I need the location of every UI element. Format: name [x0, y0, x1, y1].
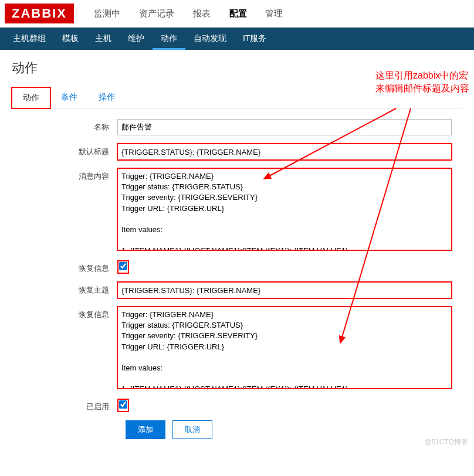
recovery-subject-input[interactable] — [117, 282, 452, 298]
enabled-checkbox-highlight — [117, 399, 129, 412]
subnav-actions[interactable]: 动作 — [153, 28, 185, 50]
top-bar: ZABBIX 监测中 资产记录 报表 配置 管理 — [0, 0, 474, 28]
topnav-reports[interactable]: 报表 — [193, 8, 211, 18]
sub-nav: 主机群组 模板 主机 维护 动作 自动发现 IT服务 — [0, 28, 474, 50]
recovery-checkbox[interactable] — [119, 262, 127, 270]
add-button[interactable]: 添加 — [126, 420, 165, 439]
subnav-hosts[interactable]: 主机 — [87, 28, 120, 50]
tab-action[interactable]: 动作 — [12, 87, 50, 108]
label-enabled: 已启用 — [12, 399, 117, 412]
label-recovery-checkbox: 恢复信息 — [12, 260, 117, 274]
recovery-checkbox-highlight — [117, 260, 129, 274]
logo: ZABBIX — [5, 4, 74, 23]
top-nav: 监测中 资产记录 报表 配置 管理 — [86, 8, 292, 19]
row-message: 消息内容 — [12, 168, 462, 252]
tab-operations[interactable]: 操作 — [88, 87, 126, 108]
topnav-inventory[interactable]: 资产记录 — [139, 8, 174, 18]
row-name: 名称 — [12, 119, 462, 135]
watermark: @51CTO博客 — [424, 437, 468, 447]
page-content: 动作 动作 条件 操作 名称 默认标题 消息内容 恢复信息 — [0, 50, 474, 451]
row-recovery-checkbox: 恢复信息 — [12, 260, 462, 274]
row-recovery-subject: 恢复主题 — [12, 282, 462, 298]
subnav-hostgroups[interactable]: 主机群组 — [5, 28, 54, 50]
button-row: 添加 取消 — [126, 420, 462, 439]
label-recovery-subject: 恢复主题 — [12, 282, 117, 295]
subnav-itservices[interactable]: IT服务 — [235, 28, 275, 50]
enabled-checkbox[interactable] — [119, 400, 127, 409]
topnav-administration[interactable]: 管理 — [265, 8, 283, 18]
row-default-subject: 默认标题 — [12, 144, 462, 160]
label-name: 名称 — [12, 119, 117, 132]
default-subject-input[interactable] — [117, 144, 452, 160]
subnav-templates[interactable]: 模板 — [54, 28, 87, 50]
annotation-text: 这里引用zabbix中的宏来编辑邮件标题及内容 — [375, 69, 469, 96]
message-textarea[interactable] — [117, 168, 452, 250]
subnav-discovery[interactable]: 自动发现 — [185, 28, 235, 50]
label-default-subject: 默认标题 — [12, 144, 117, 157]
name-input[interactable] — [117, 119, 452, 135]
cancel-button[interactable]: 取消 — [172, 420, 212, 439]
tab-conditions[interactable]: 条件 — [50, 87, 88, 108]
row-recovery-message: 恢复信息 — [12, 307, 462, 390]
topnav-configuration[interactable]: 配置 — [229, 8, 247, 18]
label-recovery-message: 恢复信息 — [12, 307, 117, 320]
label-message: 消息内容 — [12, 168, 117, 182]
row-enabled: 已启用 — [12, 399, 462, 412]
topnav-monitoring[interactable]: 监测中 — [94, 8, 120, 18]
recovery-message-textarea[interactable] — [117, 307, 452, 389]
subnav-maintenance[interactable]: 维护 — [120, 28, 153, 50]
